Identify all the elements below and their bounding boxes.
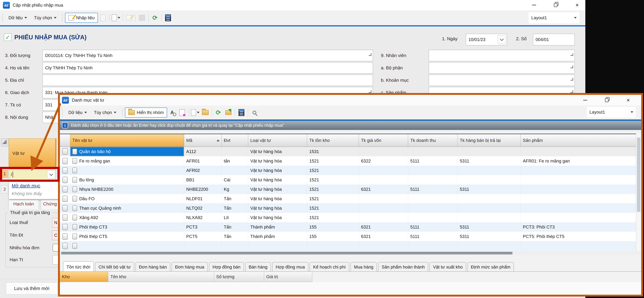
nhap-lieu-button[interactable]: Nhập liệu	[65, 13, 98, 23]
row-checkbox[interactable]	[62, 214, 68, 221]
tab-ban-hang[interactable]: Bán hàng	[245, 262, 271, 272]
minimize-button[interactable]	[529, 1, 539, 9]
nhan-vien-field[interactable]	[429, 50, 575, 61]
cell-checkbox[interactable]	[72, 224, 77, 230]
edit-disabled-button[interactable]	[125, 14, 133, 22]
tab-hach-toan[interactable]: Hạch toán	[8, 200, 39, 209]
calculator-button[interactable]	[164, 14, 172, 22]
export-disabled-button[interactable]	[99, 14, 107, 22]
tab-dinh-muc-san-pham[interactable]: Định mức sản phẩm	[468, 262, 514, 272]
column-tk-gia-von[interactable]: Tk giá vốn	[359, 134, 408, 147]
cell-checkbox[interactable]	[72, 233, 77, 239]
hien-thi-nhom-button[interactable]: Hiển thị nhóm	[125, 108, 167, 118]
table-row[interactable]: Phôi thép CT5 PCT5 Tấn Thành phẩm 155 63…	[60, 232, 636, 241]
search-button[interactable]	[250, 108, 259, 117]
toolbar-grip[interactable]	[2, 14, 3, 22]
tab-hop-dong-ban[interactable]: Hợp đồng bán	[209, 262, 244, 272]
refresh-button[interactable]: ⟳	[151, 14, 159, 22]
table-row-partial[interactable]	[60, 241, 636, 250]
column-tk-doanh-thu[interactable]: Tk doanh thu	[408, 134, 458, 147]
column-san-pham[interactable]: Sản phẩm	[521, 134, 636, 147]
tab-mua-hang[interactable]: Mua hàng	[350, 262, 377, 272]
toolbar-grip[interactable]	[122, 109, 123, 116]
mo-danh-muc-link[interactable]: Mở danh mục	[9, 181, 59, 189]
cell-checkbox[interactable]	[72, 149, 77, 155]
cell-checkbox[interactable]	[72, 186, 77, 192]
row-checkbox[interactable]	[62, 233, 68, 240]
save-and-new-button[interactable]: Lưu và thêm mới	[6, 282, 58, 294]
dia-chi-field[interactable]	[42, 75, 373, 86]
subcolumn-so-luong[interactable]: Số lượng	[214, 272, 264, 282]
close-button[interactable]: ×	[572, 1, 582, 9]
row-checkbox[interactable]	[62, 224, 68, 230]
tab-hop-dong-mua[interactable]: Hợp đồng mua	[272, 262, 308, 272]
menu-tuy-chon[interactable]: Tùy chọn	[90, 108, 120, 117]
subcolumn-kho[interactable]: Kho	[60, 272, 108, 282]
tab-san-pham-hoan-thanh[interactable]: Sản phẩm hoàn thành	[378, 262, 428, 272]
grid-select-all[interactable]	[1, 138, 8, 146]
layout-select[interactable]: Layout1	[529, 12, 579, 23]
toolbar-grip[interactable]	[62, 14, 63, 22]
tab-don-hang-ban[interactable]: Đơn hàng bán	[136, 262, 170, 272]
row-checkbox[interactable]	[62, 205, 68, 211]
tab-vat-tu-xuat-kho[interactable]: Vật tư xuất kho	[430, 262, 466, 272]
new-document-button[interactable]	[191, 108, 200, 117]
minimize-button[interactable]	[580, 96, 590, 104]
vertical-scrollbar[interactable]	[636, 134, 641, 251]
column-tk-hang-ban-bi-tra-lai[interactable]: Tk hàng bán bị trả lại	[458, 134, 521, 147]
scrollbar-thumb[interactable]	[637, 138, 640, 212]
tab-chi-tiet-bo-vat-tu[interactable]: Chi tiết bộ vật tư	[95, 262, 134, 272]
table-row[interactable]: Bu lông BB1 Cái Vật tư hàng hóa 1521	[60, 175, 636, 185]
new-document-button[interactable]	[112, 14, 120, 22]
scrollbar-thumb[interactable]	[61, 252, 512, 254]
table-row[interactable]: Quần áo bảo hộ A112 Vật tư hàng hóa 1531	[60, 147, 636, 156]
menu-tuy-chon[interactable]: Tùy chọn	[30, 13, 60, 23]
subcolumn-ten-kho[interactable]: Tên kho	[108, 272, 214, 282]
refresh-button[interactable]: ⟳	[214, 108, 222, 117]
cell-checkbox[interactable]	[72, 205, 77, 211]
cell-checkbox[interactable]	[72, 168, 77, 173]
table-row[interactable]: Nhựa NHBE2200 NHBE2200 Kg Vật tư hàng hó…	[60, 185, 636, 194]
subcolumn-gia-tri[interactable]: Giá trị	[264, 272, 312, 282]
layout-select[interactable]: Layout1	[587, 107, 636, 117]
tab-chung-tu[interactable]: Chứng	[40, 200, 59, 209]
bo-phan-field[interactable]	[429, 62, 575, 74]
horizontal-scrollbar[interactable]	[60, 251, 641, 255]
table-row[interactable]: Than cục Quảng ninh NLTQ02 Tấn Vật tư hà…	[60, 203, 636, 213]
column-ten-vat-tu[interactable]: Tên vật tư	[70, 134, 184, 147]
cell-checkbox[interactable]	[72, 215, 77, 220]
grid-rownum-2[interactable]: 2	[1, 185, 8, 193]
save-disabled-button[interactable]	[138, 14, 146, 22]
calculator-button[interactable]	[237, 108, 246, 117]
row-checkbox[interactable]	[62, 196, 68, 202]
row-checkbox[interactable]	[62, 186, 68, 192]
table-row[interactable]: Dầu FO NLDF01 Tấn Vật tư hàng hóa 1521	[60, 194, 636, 203]
table-row[interactable]: Xăng A92 NLXA92 Lít Vật tư hàng hóa 1521	[60, 213, 636, 222]
column-loai-vat-tu[interactable]: Loại vật tư	[248, 134, 307, 147]
column-ma[interactable]: Mã	[184, 134, 222, 147]
khoan-muc-field[interactable]	[429, 75, 575, 86]
maximize-button[interactable]	[550, 1, 561, 9]
date-field[interactable]: 10/01/23	[466, 34, 507, 46]
filter-button[interactable]	[178, 108, 186, 117]
export-button[interactable]	[224, 108, 233, 117]
cell-checkbox[interactable]	[72, 243, 77, 249]
table-row[interactable]: AFR02 Vật tư hàng hóa 1521	[60, 166, 636, 175]
menu-du-lieu[interactable]: Dữ liệu	[5, 13, 30, 23]
close-button[interactable]: ×	[623, 96, 633, 104]
tab-ton-tuc-thoi[interactable]: Tồn tức thời	[63, 261, 94, 272]
column-dvt[interactable]: Đvt	[222, 134, 248, 147]
date-dropdown-button[interactable]	[498, 35, 506, 44]
row-checkbox[interactable]	[62, 177, 68, 183]
tab-ke-hoach-chi-phi[interactable]: Kế hoạch chi phí	[310, 262, 349, 272]
open-folder-button[interactable]	[201, 108, 210, 117]
cell-checkbox[interactable]	[72, 196, 77, 202]
no-field[interactable]: 004/01	[533, 34, 575, 46]
doi-tuong-field[interactable]: D010114: Cty TNHH Thép Tú Ninh	[42, 50, 373, 61]
table-row[interactable]: Phôi thép CT3 PCT3 Tấn Thành phẩm 155 63…	[60, 222, 636, 232]
table-row[interactable]: Fe ro măng gan AFR01 tấn Vật tư hàng hóa…	[60, 156, 636, 166]
cell-checkbox[interactable]	[72, 158, 77, 164]
restore-button[interactable]	[602, 96, 612, 104]
ho-va-ten-field[interactable]: Cty TNHH Thép Tú Ninh	[42, 62, 373, 74]
find-button[interactable]: A	[168, 108, 176, 117]
